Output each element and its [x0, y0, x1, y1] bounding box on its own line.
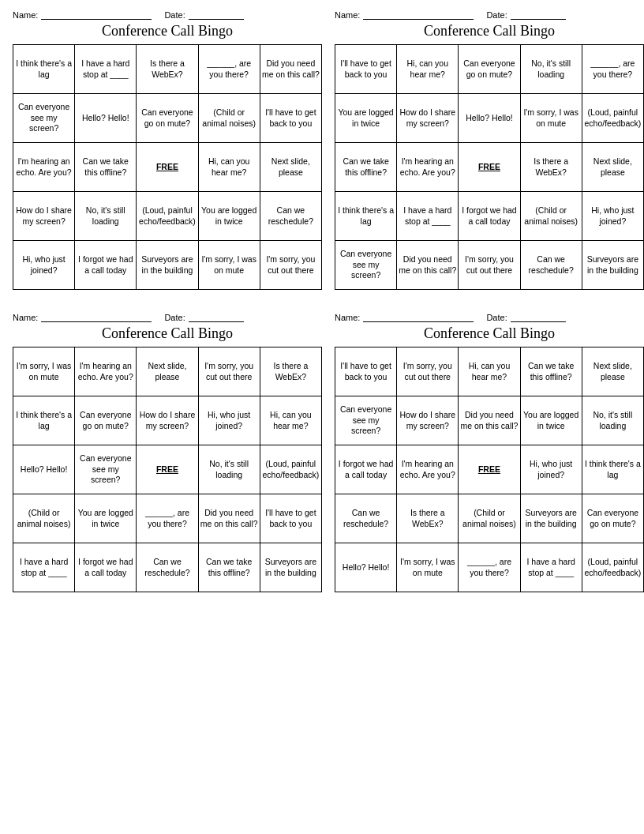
- bingo-cell[interactable]: Surveyors are in the building: [260, 543, 321, 592]
- bingo-cell[interactable]: Hello? Hello!: [75, 94, 137, 143]
- bingo-cell[interactable]: Can everyone see my screen?: [335, 241, 397, 290]
- bingo-cell[interactable]: I'll have to get back to you: [335, 348, 397, 396]
- bingo-cell[interactable]: You are logged in twice: [198, 192, 260, 241]
- name-line-4[interactable]: [363, 312, 474, 322]
- bingo-cell[interactable]: I'm sorry, you cut out there: [260, 241, 321, 290]
- bingo-cell[interactable]: Next slide, please: [582, 143, 643, 192]
- bingo-cell[interactable]: I think there's a lag: [13, 396, 75, 445]
- bingo-cell[interactable]: FREE: [137, 143, 198, 192]
- bingo-cell[interactable]: Did you need me on this call?: [198, 494, 260, 543]
- bingo-cell[interactable]: Next slide, please: [137, 348, 198, 396]
- bingo-cell[interactable]: I'm sorry, you cut out there: [397, 348, 459, 396]
- bingo-cell[interactable]: I'll have to get back to you: [335, 45, 397, 94]
- bingo-cell[interactable]: I'll have to get back to you: [260, 94, 321, 143]
- bingo-cell[interactable]: ______, are you there?: [582, 45, 643, 94]
- bingo-cell[interactable]: Is there a WebEx?: [137, 45, 198, 94]
- bingo-cell[interactable]: I forgot we had a call today: [459, 192, 520, 241]
- bingo-cell[interactable]: (Loud, painful echo/feedback): [582, 543, 643, 592]
- bingo-cell[interactable]: (Loud, painful echo/feedback): [582, 94, 643, 143]
- bingo-cell[interactable]: I'm hearing an echo. Are you?: [397, 143, 459, 192]
- bingo-cell[interactable]: (Child or animal noises): [13, 494, 75, 543]
- bingo-cell[interactable]: FREE: [459, 445, 520, 494]
- bingo-cell[interactable]: Can everyone go on mute?: [582, 494, 643, 543]
- bingo-cell[interactable]: I'm hearing an echo. Are you?: [75, 348, 137, 396]
- bingo-cell[interactable]: Surveyors are in the building: [137, 241, 198, 290]
- bingo-cell[interactable]: Can we reschedule?: [137, 543, 198, 592]
- date-line-2[interactable]: [511, 9, 566, 20]
- bingo-cell[interactable]: (Loud, painful echo/feedback): [137, 192, 198, 241]
- bingo-cell[interactable]: I forgot we had a call today: [75, 241, 137, 290]
- bingo-cell[interactable]: No, it's still loading: [520, 45, 582, 94]
- bingo-cell[interactable]: (Child or animal noises): [198, 94, 260, 143]
- bingo-cell[interactable]: I'm hearing an echo. Are you?: [397, 445, 459, 494]
- name-line-2[interactable]: [363, 9, 474, 20]
- bingo-cell[interactable]: Can we take this offline?: [335, 143, 397, 192]
- bingo-cell[interactable]: You are logged in twice: [520, 396, 582, 445]
- bingo-cell[interactable]: You are logged in twice: [335, 94, 397, 143]
- bingo-cell[interactable]: Can we take this offline?: [75, 143, 137, 192]
- name-line-1[interactable]: [41, 9, 152, 20]
- bingo-cell[interactable]: Next slide, please: [582, 348, 643, 396]
- bingo-cell[interactable]: I'm sorry, I was on mute: [520, 94, 582, 143]
- bingo-cell[interactable]: I'm sorry, I was on mute: [13, 348, 75, 396]
- bingo-cell[interactable]: I'm sorry, I was on mute: [397, 543, 459, 592]
- bingo-cell[interactable]: ______, are you there?: [459, 543, 520, 592]
- bingo-cell[interactable]: Can everyone go on mute?: [137, 94, 198, 143]
- bingo-cell[interactable]: Is there a WebEx?: [520, 143, 582, 192]
- bingo-cell[interactable]: Hi, can you hear me?: [260, 396, 321, 445]
- bingo-cell[interactable]: (Child or animal noises): [520, 192, 582, 241]
- bingo-cell[interactable]: I think there's a lag: [13, 45, 75, 94]
- bingo-cell[interactable]: Can we take this offline?: [520, 348, 582, 396]
- bingo-cell[interactable]: Did you need me on this call?: [260, 45, 321, 94]
- bingo-cell[interactable]: Hi, who just joined?: [13, 241, 75, 290]
- bingo-cell[interactable]: Hello? Hello!: [459, 94, 520, 143]
- bingo-cell[interactable]: (Child or animal noises): [459, 494, 520, 543]
- bingo-cell[interactable]: I'll have to get back to you: [260, 494, 321, 543]
- bingo-cell[interactable]: I'm sorry, I was on mute: [198, 241, 260, 290]
- bingo-cell[interactable]: ______, are you there?: [198, 45, 260, 94]
- bingo-cell[interactable]: Is there a WebEx?: [260, 348, 321, 396]
- bingo-cell[interactable]: Surveyors are in the building: [582, 241, 643, 290]
- bingo-cell[interactable]: No, it's still loading: [198, 445, 260, 494]
- bingo-cell[interactable]: Hello? Hello!: [335, 543, 397, 592]
- bingo-cell[interactable]: I have a hard stop at ____: [13, 543, 75, 592]
- bingo-cell[interactable]: Hello? Hello!: [13, 445, 75, 494]
- bingo-cell[interactable]: Can everyone see my screen?: [335, 396, 397, 445]
- bingo-cell[interactable]: No, it's still loading: [75, 192, 137, 241]
- bingo-cell[interactable]: I forgot we had a call today: [75, 543, 137, 592]
- bingo-cell[interactable]: Hi, who just joined?: [582, 192, 643, 241]
- bingo-cell[interactable]: Hi, can you hear me?: [397, 45, 459, 94]
- bingo-cell[interactable]: I forgot we had a call today: [335, 445, 397, 494]
- date-line-1[interactable]: [189, 9, 244, 20]
- bingo-cell[interactable]: I'm sorry, you cut out there: [198, 348, 260, 396]
- bingo-cell[interactable]: Can we reschedule?: [260, 192, 321, 241]
- bingo-cell[interactable]: Can everyone see my screen?: [13, 94, 75, 143]
- bingo-cell[interactable]: I have a hard stop at ____: [397, 192, 459, 241]
- bingo-cell[interactable]: Next slide, please: [260, 143, 321, 192]
- bingo-cell[interactable]: Can we reschedule?: [520, 241, 582, 290]
- name-line-3[interactable]: [41, 312, 152, 322]
- bingo-cell[interactable]: Hi, who just joined?: [198, 396, 260, 445]
- bingo-cell[interactable]: Did you need me on this call?: [397, 241, 459, 290]
- bingo-cell[interactable]: How do I share my screen?: [137, 396, 198, 445]
- date-line-4[interactable]: [511, 312, 566, 322]
- bingo-cell[interactable]: Can we take this offline?: [198, 543, 260, 592]
- bingo-cell[interactable]: You are logged in twice: [75, 494, 137, 543]
- bingo-cell[interactable]: Can everyone see my screen?: [75, 445, 137, 494]
- bingo-cell[interactable]: Can everyone go on mute?: [459, 45, 520, 94]
- bingo-cell[interactable]: How do I share my screen?: [397, 94, 459, 143]
- bingo-cell[interactable]: I have a hard stop at ____: [75, 45, 137, 94]
- bingo-cell[interactable]: I think there's a lag: [335, 192, 397, 241]
- bingo-cell[interactable]: I'm sorry, you cut out there: [459, 241, 520, 290]
- bingo-cell[interactable]: Hi, can you hear me?: [198, 143, 260, 192]
- bingo-cell[interactable]: I think there's a lag: [582, 445, 643, 494]
- bingo-cell[interactable]: Hi, who just joined?: [520, 445, 582, 494]
- bingo-cell[interactable]: (Loud, painful echo/feedback): [260, 445, 321, 494]
- bingo-cell[interactable]: Can we reschedule?: [335, 494, 397, 543]
- bingo-cell[interactable]: Did you need me on this call?: [459, 396, 520, 445]
- bingo-cell[interactable]: ______, are you there?: [137, 494, 198, 543]
- bingo-cell[interactable]: Is there a WebEx?: [397, 494, 459, 543]
- bingo-cell[interactable]: No, it's still loading: [582, 396, 643, 445]
- date-line-3[interactable]: [189, 312, 244, 322]
- bingo-cell[interactable]: FREE: [137, 445, 198, 494]
